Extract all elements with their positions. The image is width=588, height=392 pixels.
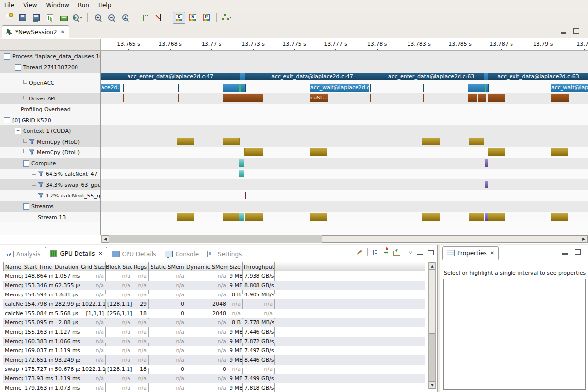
timeline-lane-openacc[interactable]: acc_enter_data@laplace2d.c:47acc_exit_da… xyxy=(101,73,588,93)
timeline-bar[interactable] xyxy=(245,84,246,92)
tree-row-64-5-calcnext-47[interactable]: 64.5% calcNext_47_... xyxy=(0,169,101,179)
tree-row-driver-api[interactable]: Driver API xyxy=(0,93,101,104)
tree-row-profiling-overhead[interactable]: Profiling Overhead xyxy=(0,104,101,115)
menu-window[interactable]: Window xyxy=(42,1,74,10)
timeline-lane-driver-api[interactable]: cuSt... xyxy=(101,93,588,104)
save-button[interactable] xyxy=(16,12,29,24)
table-row[interactable]: swap_6173.727 ms50.678 µs1022,1,1][128,1… xyxy=(3,365,425,374)
timeline-bar[interactable]: acc_wait@lap... xyxy=(551,84,588,92)
tree-row-1-2-calcnext-55-g[interactable]: 1.2% calcNext_55_g... xyxy=(0,190,101,201)
timeline-lane-memcpy-htod[interactable] xyxy=(101,136,588,147)
timeline-lane-context-1-cuda[interactable] xyxy=(101,125,588,136)
timeline-bar[interactable] xyxy=(469,138,484,145)
table-row[interactable]: Memc179.163 ms1.073 msn/an/an/an/an/a9 M… xyxy=(3,383,425,392)
collapse-icon[interactable]: − xyxy=(4,117,10,123)
tab-properties[interactable]: Properties ✕ xyxy=(442,246,499,260)
timeline-lane-memcpy-dtoh[interactable] xyxy=(101,147,588,158)
table-row[interactable]: Memcp169.037 ms1.119 msn/an/an/an/an/a9 … xyxy=(3,346,425,355)
marker-ruler-button[interactable] xyxy=(139,12,152,24)
tree-row-stream-13[interactable]: Stream 13 xyxy=(0,212,101,222)
timeline-bar[interactable] xyxy=(223,213,239,220)
timeline-bar[interactable]: ace2d... xyxy=(101,84,120,92)
timeline-bar[interactable] xyxy=(223,84,239,92)
timeline-bar[interactable] xyxy=(488,84,489,92)
timeline-bar[interactable] xyxy=(488,148,505,156)
timeline-lane-compute[interactable] xyxy=(101,158,588,169)
menu-file[interactable]: File xyxy=(0,1,19,10)
zoom-in-button[interactable]: + xyxy=(91,12,104,24)
collapse-icon[interactable]: − xyxy=(4,53,10,60)
column-header-throughput[interactable]: Throughput xyxy=(243,262,275,271)
run-analysis-button[interactable]: ▾ xyxy=(71,12,84,24)
table-row[interactable]: Memcp155.095 ms2.88 µsn/an/an/an/an/a8 B… xyxy=(3,318,425,327)
timeline-bar[interactable] xyxy=(123,94,124,102)
generate-timeline-button[interactable] xyxy=(44,12,56,24)
timeline-bar[interactable] xyxy=(241,84,245,92)
timeline-bar[interactable] xyxy=(422,213,440,220)
timeline-bar[interactable]: acc_wait@laplace2d.c... xyxy=(310,84,369,92)
export-icon[interactable] xyxy=(393,251,400,256)
timeline-bar[interactable] xyxy=(239,138,240,145)
tree-row-openacc[interactable]: OpenACC xyxy=(0,73,101,93)
timeline-bar[interactable] xyxy=(240,73,245,80)
timeline-bar[interactable] xyxy=(239,159,244,167)
timeline-bar[interactable]: acc_exit_data@laplace2d.c:63 xyxy=(488,73,588,80)
scrollbar-thumb[interactable] xyxy=(429,270,435,334)
table-row[interactable]: calcNe155.084 ms5.568 µs[1,1,1][256,1,1]… xyxy=(3,309,425,318)
timeline-lane-streams[interactable] xyxy=(101,201,588,212)
column-header-block-size[interactable]: Block Size xyxy=(106,262,132,271)
table-row[interactable]: Memcp160.383 ms1.066 msn/an/an/an/an/a9 … xyxy=(3,337,425,346)
save-all-button[interactable] xyxy=(30,12,43,24)
tab-analysis[interactable]: Analysis xyxy=(1,248,45,260)
timeline-bar[interactable] xyxy=(485,181,488,188)
table-row[interactable]: Memcp154.594 ms1.631 µsn/an/an/an/an/a8 … xyxy=(3,290,425,299)
process-view-button[interactable]: P xyxy=(200,12,213,24)
timeline-bar[interactable] xyxy=(468,94,477,102)
tree-row-process-laplace-data-clauses-10[interactable]: −Process "laplace_data_clauses 10... xyxy=(0,51,101,62)
timeline-bar[interactable] xyxy=(178,84,179,92)
timeline-bar[interactable] xyxy=(245,192,246,199)
timeline-bar[interactable] xyxy=(488,213,505,220)
marker-flag-button[interactable] xyxy=(153,12,165,24)
collapse-icon[interactable]: − xyxy=(15,64,21,71)
table-row[interactable]: Memcp172.651 ms93.249 µsn/an/an/an/an/a9… xyxy=(3,355,425,365)
timeline-lane-0-grid-k520[interactable] xyxy=(101,115,588,125)
table-row[interactable]: Memcp148.864 ms1.057 msn/an/an/an/an/a9 … xyxy=(3,271,425,281)
tab-cpu-details[interactable]: CPU Details xyxy=(107,248,161,260)
tab-console[interactable]: Console xyxy=(160,248,203,260)
column-header-duration[interactable]: Duration xyxy=(53,262,80,271)
maximize-icon[interactable] xyxy=(573,28,579,34)
timeline-bar[interactable]: acc_exit_data@laplace2d.c:47 xyxy=(245,73,379,80)
timeline-bar[interactable] xyxy=(223,94,240,102)
timeline-bar[interactable] xyxy=(485,159,488,167)
timeline-bar[interactable] xyxy=(240,94,263,102)
table-row[interactable]: Memcp153.346 ms62.355 µsn/an/an/an/an/a9… xyxy=(3,281,425,290)
scroll-down-icon[interactable]: ▼ xyxy=(429,381,435,389)
kernel-view-button[interactable]: K xyxy=(173,12,185,24)
timeline-bar[interactable] xyxy=(486,84,488,92)
collapse-icon[interactable]: − xyxy=(15,128,21,134)
column-header-size[interactable]: Size xyxy=(228,262,243,271)
tree-row-compute[interactable]: −Compute xyxy=(0,158,101,169)
tree-row-streams[interactable]: −Streams xyxy=(0,201,101,212)
timeline-bar[interactable] xyxy=(245,213,263,220)
scroll-left-icon[interactable]: ◀ xyxy=(102,235,109,243)
tree-row-memcpy-dtoh[interactable]: MemCpy (DtoH) xyxy=(0,147,101,158)
menu-run[interactable]: Run xyxy=(74,1,94,10)
table-row[interactable]: Memcp155.163 ms1.127 msn/an/an/an/an/a9 … xyxy=(3,327,425,337)
collapse-icon[interactable]: − xyxy=(23,203,29,210)
table-row[interactable]: calcNe154.798 ms282.99 µs1022,1,1][128,1… xyxy=(3,299,425,309)
scroll-up-icon[interactable]: ▲ xyxy=(429,262,435,270)
tree-row-thread-2741307200[interactable]: −Thread 2741307200 xyxy=(0,62,101,73)
tree-row-context-1-cuda[interactable]: −Context 1 (CUDA) xyxy=(0,125,101,136)
timeline-bar[interactable] xyxy=(310,148,327,156)
close-icon[interactable]: ✕ xyxy=(61,29,65,35)
analysis-tree-button[interactable]: ▾ xyxy=(220,12,233,24)
timeline-lane-profiling-overhead[interactable] xyxy=(101,104,588,115)
timeline-bar[interactable] xyxy=(488,94,505,102)
timeline-body[interactable]: acc_enter_data@laplace2d.c:47acc_exit_da… xyxy=(101,51,588,235)
menu-view[interactable]: View xyxy=(19,1,41,10)
timeline-bar[interactable] xyxy=(468,84,485,92)
stream-view-button[interactable]: S xyxy=(186,12,199,24)
timeline-lane-stream-13[interactable] xyxy=(101,212,588,222)
